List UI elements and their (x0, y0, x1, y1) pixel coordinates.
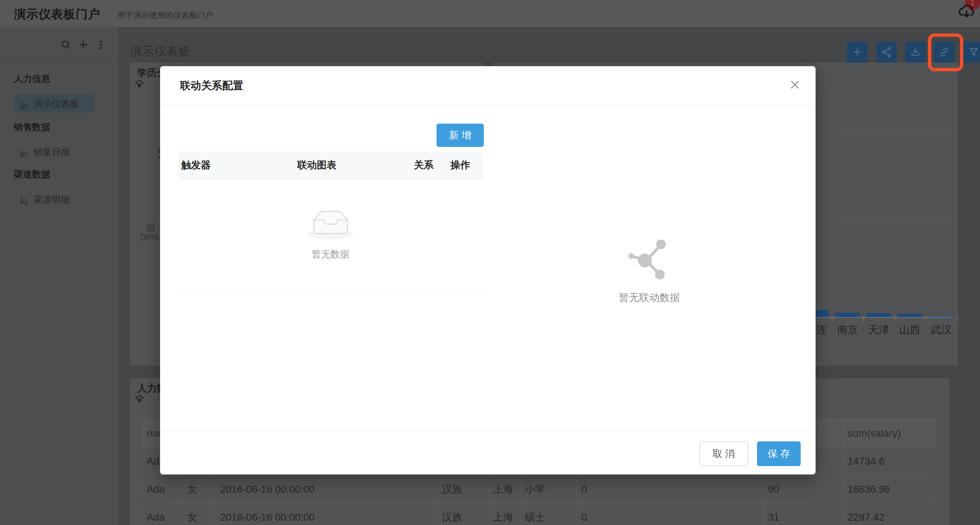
chart-icon (20, 99, 29, 108)
toolbar-filter-button[interactable] (963, 42, 980, 62)
click-highlight-box (928, 33, 963, 71)
sidebar-item-label: 销量日报 (33, 143, 70, 161)
linkage-column-header: 关系 (414, 152, 434, 179)
toolbar-export-button[interactable] (905, 42, 926, 62)
table-cell: Ada (142, 504, 183, 525)
toolbar-add-button[interactable] (847, 42, 868, 62)
add-icon[interactable] (78, 39, 89, 50)
chart-icon (20, 147, 29, 157)
app-header: 演示仪表板门户 用于演示使用的仪表板门户 1 (0, 0, 980, 27)
table-cell: Ada (142, 476, 183, 504)
save-button[interactable]: 保 存 (757, 441, 801, 466)
bar-天津 (867, 313, 891, 317)
table-cell: 90 (764, 476, 843, 504)
linkage-preview-empty: 暂无联动数据 (568, 234, 731, 305)
close-icon[interactable] (786, 76, 803, 93)
cancel-button[interactable]: 取 消 (699, 441, 748, 466)
sidebar-group-label[interactable]: 销售数据 (14, 121, 50, 133)
page-title: 演示仪表板 (130, 43, 190, 60)
app-root: 演示仪表板门户 用于演示使用的仪表板门户 1 人力信息演示仪表板销售数据销量日报… (0, 0, 980, 525)
linkage-config-modal: 联动关系配置 新 增 触发器联动图表关系操作 暂无数据 (160, 66, 816, 474)
portal-title: 演示仪表板门户 (14, 6, 100, 22)
empty-box-icon (307, 210, 354, 240)
table-cell: 16636.96 (843, 476, 936, 504)
drill-icon[interactable] (134, 393, 145, 404)
table-cell: 2016-06-16 00:00:00 (216, 504, 438, 525)
linkage-column-header: 触发器 (181, 152, 211, 179)
pie-partial-label: 06% (140, 232, 159, 243)
empty-text: 暂无数据 (312, 248, 350, 261)
linkage-column-header: 联动图表 (297, 152, 336, 179)
sidebar-item-label: 渠道明细 (33, 190, 70, 208)
chart-icon (20, 195, 29, 204)
table-cell: 汉族 (438, 476, 488, 504)
portal-subtitle: 用于演示使用的仪表板门户 (117, 10, 213, 21)
sidebar-toolbar (0, 27, 118, 62)
sidebar: 人力信息演示仪表板销售数据销量日报渠道数据渠道明细 (0, 27, 119, 525)
network-nodes-icon (627, 237, 671, 281)
bar-山西 (897, 314, 922, 317)
axis-tick (957, 317, 958, 321)
table-cell: 女 (183, 476, 216, 504)
add-linkage-button[interactable]: 新 增 (436, 124, 484, 147)
column-header: sum(salary) (843, 419, 936, 447)
table-cell: 31 (764, 504, 843, 525)
sidebar-group-label[interactable]: 渠道数据 (14, 168, 50, 180)
modal-footer: 取 消 保 存 (160, 431, 816, 475)
modal-header-divider (160, 105, 816, 105)
linkage-empty-text: 暂无联动数据 (568, 291, 731, 305)
axis-tick (894, 317, 895, 321)
sidebar-group-label[interactable]: 人力信息 (14, 72, 50, 85)
table-cell: 0 (577, 476, 764, 504)
sidebar-item-dashboard[interactable]: 渠道明细 (14, 190, 94, 208)
linkage-column-header: 操作 (450, 152, 470, 179)
toolbar-share-button[interactable] (876, 42, 897, 62)
more-vertical-icon[interactable] (95, 39, 106, 50)
table-cell: 14734.6 (843, 447, 936, 476)
table-cell: 女 (183, 504, 216, 525)
table-cell: 硕士 (520, 504, 577, 525)
table-cell: 汉族 (438, 504, 488, 525)
bar-南京 (835, 312, 860, 317)
axis-tick (863, 317, 864, 321)
table-cell: 上海 (488, 504, 520, 525)
table-cell: 2016-06-16 00:00:00 (216, 476, 438, 504)
linkage-table-bottom-divider (178, 294, 483, 294)
sidebar-item-selected[interactable]: 演示仪表板 (14, 95, 94, 113)
table-row: Ada女2016-06-16 00:00:00汉族上海小学09016636.96 (142, 476, 936, 504)
linkage-table-header: 触发器联动图表关系操作 (178, 152, 483, 179)
sidebar-item-dashboard[interactable]: 销量日报 (14, 143, 94, 161)
linkage-table-empty: 暂无数据 (178, 179, 483, 288)
sidebar-item-label: 演示仪表板 (33, 95, 79, 113)
table-cell: 小学 (520, 476, 577, 504)
search-icon[interactable] (60, 39, 71, 50)
drill-icon[interactable] (134, 79, 145, 89)
table-cell: 0 (577, 504, 764, 525)
table-cell: 2297.42 (843, 504, 936, 525)
axis-tick (926, 317, 926, 321)
modal-title: 联动关系配置 (180, 79, 243, 93)
bar-category-label: 武汉 (919, 323, 963, 338)
table-cell: 上海 (488, 476, 520, 504)
axis-tick (832, 317, 833, 321)
table-row: Ada女2016-06-16 00:00:00汉族上海硕士0312297.42 (142, 504, 936, 525)
cloud-download-icon[interactable] (956, 3, 977, 22)
